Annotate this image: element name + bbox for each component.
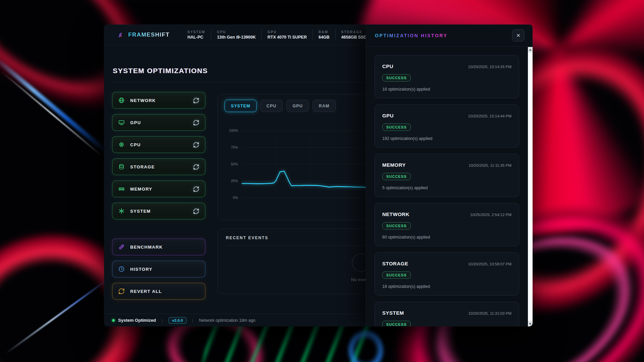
entry-name: CPU — [382, 63, 393, 69]
entry-detail: 18 optimization(s) applied — [382, 87, 511, 92]
memory-icon — [118, 186, 125, 192]
gridline-vertical — [345, 131, 346, 198]
history-entry-system: SYSTEM 10/20/2025, 11:31:03 PM SUCCESS — [375, 302, 519, 326]
refresh-icon — [193, 119, 199, 126]
entry-name: GPU — [382, 113, 394, 118]
entry-name: NETWORK — [382, 211, 409, 217]
y-tick-label: 75% — [231, 145, 238, 149]
tab-cpu[interactable]: CPU — [260, 100, 283, 112]
button-label: HISTORY — [130, 267, 152, 272]
optimize-button-storage[interactable]: STORAGE — [112, 158, 205, 175]
history-entry-cpu: CPU 10/20/2025, 10:14:26 PM SUCCESS18 op… — [375, 55, 519, 98]
spec-label: STORAGE — [341, 30, 367, 34]
action-button-benchmark[interactable]: BENCHMARK — [112, 239, 205, 255]
gpu-icon — [118, 119, 125, 126]
entry-detail: 192 optimization(s) applied — [382, 136, 511, 141]
status-badge: SUCCESS — [382, 173, 411, 180]
refresh-icon — [193, 142, 199, 148]
history-scrollbar[interactable] — [528, 47, 533, 326]
history-entry-gpu: GPU 10/20/2025, 10:14:44 PM SUCCESS192 o… — [375, 104, 519, 148]
button-label: MEMORY — [130, 187, 152, 192]
entry-timestamp: 10/20/2025, 10:58:07 PM — [468, 262, 511, 266]
optimize-button-network[interactable]: NETWORK — [112, 92, 205, 109]
globe-icon — [118, 97, 125, 104]
spec-system: SYSTEM HAL-PC — [182, 29, 211, 41]
status-badge: SUCCESS — [382, 321, 411, 326]
spec-label: SYSTEM — [188, 30, 205, 34]
benchmark-icon — [118, 244, 125, 250]
spark-icon — [118, 208, 125, 214]
entry-timestamp: 10/20/2025, 10:14:44 PM — [468, 114, 511, 118]
spec-value: 13th Gen i9-13900K — [217, 35, 256, 40]
optimize-button-gpu[interactable]: GPU — [112, 114, 205, 131]
status-dot — [112, 319, 115, 322]
entry-detail: 5 optimization(s) applied — [382, 186, 511, 190]
action-buttons: BENCHMARKHISTORYREVERT ALL — [112, 239, 205, 300]
entry-name: SYSTEM — [382, 310, 404, 316]
status-badge: SUCCESS — [382, 74, 411, 82]
close-icon: ✕ — [516, 33, 521, 39]
svg-text:S: S — [119, 32, 122, 38]
spec-ram: RAM 64GB — [312, 29, 335, 41]
status-badge: SUCCESS — [382, 123, 411, 131]
spec-cpu: CPU 13th Gen i9-13900K — [211, 29, 261, 41]
history-list: CPU 10/20/2025, 10:14:26 PM SUCCESS18 op… — [366, 47, 528, 326]
optimize-button-memory[interactable]: MEMORY — [112, 180, 205, 197]
sidebar: NETWORKGPUCPUSTORAGEMEMORYSYSTEM BENCHMA… — [112, 92, 205, 305]
spec-value: 4658GB SSD — [341, 35, 367, 40]
database-icon — [118, 163, 125, 170]
revert-icon — [118, 288, 125, 295]
gridline-vertical — [311, 131, 311, 198]
status-text: System Optimized — [118, 318, 156, 323]
entry-name: MEMORY — [382, 162, 406, 168]
refresh-icon — [193, 97, 199, 104]
version-badge[interactable]: v2.0.0 — [168, 317, 187, 324]
chart-y-axis: 100%75%50%25%0% — [225, 131, 242, 198]
frameshift-logo-icon: S — [117, 32, 123, 38]
entry-detail: 18 optimization(s) applied — [382, 284, 511, 289]
clock-icon — [118, 266, 125, 272]
refresh-icon — [193, 164, 199, 170]
spec-label: RAM — [318, 30, 330, 34]
button-label: REVERT ALL — [130, 289, 162, 294]
entry-timestamp: 10/20/2025, 11:31:03 PM — [468, 311, 511, 315]
button-label: GPU — [130, 120, 141, 125]
action-button-revert-all[interactable]: REVERT ALL — [112, 283, 205, 300]
history-entry-storage: STORAGE 10/20/2025, 10:58:07 PM SUCCESS1… — [375, 252, 519, 296]
history-entry-network: NETWORK 10/25/2025, 2:54:12 PM SUCCESS60… — [375, 203, 519, 246]
close-button[interactable]: ✕ — [512, 29, 525, 42]
entry-name: STORAGE — [382, 261, 408, 266]
refresh-icon — [193, 208, 199, 214]
button-label: SYSTEM — [130, 209, 151, 214]
button-label: STORAGE — [130, 164, 155, 169]
history-panel-header: OPTIMIZATION HISTORY ✕ — [366, 24, 533, 47]
y-tick-label: 0% — [233, 196, 238, 200]
spec-value: RTX 4070 Ti SUPER — [267, 35, 307, 40]
optimize-button-system[interactable]: SYSTEM — [112, 203, 205, 219]
system-specs: SYSTEM HAL-PCCPU 13th Gen i9-13900KGPU R… — [182, 29, 373, 41]
button-label: CPU — [130, 142, 141, 147]
last-action-text: Network optimization 18m ago — [199, 318, 255, 323]
scrollbar-thumb[interactable] — [528, 52, 533, 321]
status-badge: SUCCESS — [382, 222, 411, 229]
optimize-button-cpu[interactable]: CPU — [112, 136, 205, 153]
scrollbar-up-arrow[interactable] — [528, 47, 533, 52]
y-tick-label: 25% — [231, 179, 238, 183]
action-button-history[interactable]: HISTORY — [112, 261, 205, 277]
brand-name: FRAMESHIFT — [128, 32, 170, 38]
spec-value: 64GB — [318, 35, 330, 40]
spec-value: HAL-PC — [188, 35, 205, 40]
gridline-vertical — [277, 131, 277, 198]
history-entry-memory: MEMORY 10/20/2025, 11:11:35 PM SUCCESS5 … — [375, 154, 519, 197]
spec-label: GPU — [267, 30, 307, 34]
y-tick-label: 100% — [229, 128, 238, 133]
tab-ram[interactable]: RAM — [312, 100, 336, 112]
tab-gpu[interactable]: GPU — [286, 100, 309, 112]
y-tick-label: 50% — [231, 162, 238, 166]
separator: | — [162, 318, 163, 323]
refresh-icon — [193, 186, 199, 192]
tab-system[interactable]: SYSTEM — [225, 100, 257, 112]
button-label: BENCHMARK — [130, 245, 163, 250]
optimize-buttons: NETWORKGPUCPUSTORAGEMEMORYSYSTEM — [112, 92, 205, 219]
spec-label: CPU — [217, 30, 256, 34]
